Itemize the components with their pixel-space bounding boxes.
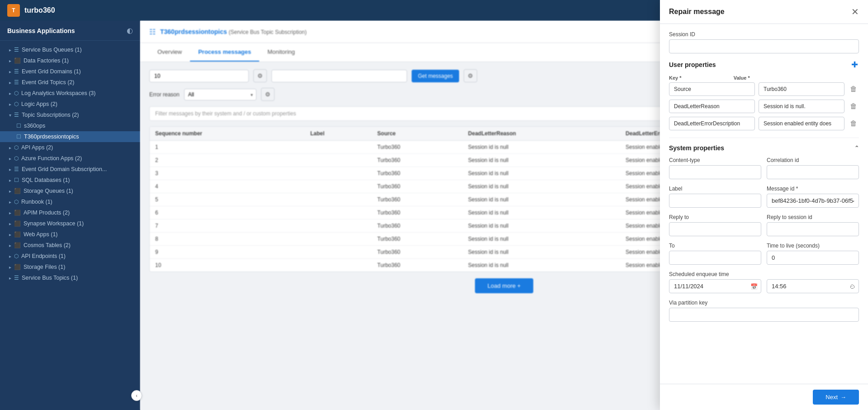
table-cell-6-3: Session id is null (463, 219, 620, 233)
table-cell-6-2: Turbo360 (372, 219, 463, 233)
load-more-button[interactable]: Load more + (475, 278, 533, 293)
session-id-group: Session ID (669, 31, 859, 53)
sidebar-chevron-logic-apps: ▸ (9, 102, 11, 107)
table-cell-8-1 (305, 246, 372, 259)
panel-header: Repair message ✕ (660, 0, 868, 24)
content-type-input[interactable] (669, 165, 761, 179)
table-cell-8-2: Turbo360 (372, 246, 463, 259)
sidebar-item-synapse-workspace[interactable]: ▸⬛Synapse Workspace (1) (0, 218, 140, 229)
sidebar-chevron-data-factories: ▸ (9, 58, 11, 63)
sidebar-item-data-factories[interactable]: ▸⬛Data Factories (1) (0, 55, 140, 66)
system-properties-label: System properties (669, 144, 724, 152)
label-group: Label (669, 186, 761, 208)
session-id-input[interactable] (669, 39, 859, 53)
user-prop-key-1[interactable] (669, 100, 755, 113)
scheduled-enqueue-group: Scheduled enqueue time 📅 ⏲ (669, 271, 859, 293)
table-cell-9-1 (305, 259, 372, 272)
label-input[interactable] (669, 194, 761, 208)
user-prop-delete-0[interactable]: 🗑 (848, 84, 859, 94)
sidebar-item-event-grid-domain-subscriptions[interactable]: ▸☰Event Grid Domain Subscription... (0, 164, 140, 175)
user-prop-value-0[interactable] (759, 82, 844, 96)
time-to-live-group: Time to live (seconds) (767, 243, 859, 265)
reply-to-session-id-input[interactable] (767, 222, 859, 236)
system-props-row-4: To Time to live (seconds) (669, 243, 859, 271)
sidebar-label-synapse-workspace: Synapse Workspace (1) (24, 220, 84, 227)
user-prop-key-0[interactable] (669, 82, 755, 96)
sidebar-item-t360prdsessiontopics[interactable]: ☐T360prdsessiontopics (0, 131, 140, 142)
user-prop-row-2: 🗑 (669, 117, 859, 130)
time-to-live-label: Time to live (seconds) (767, 243, 859, 249)
sidebar-item-sql-databases[interactable]: ▸☐SQL Databases (1) (0, 175, 140, 186)
user-prop-value-2[interactable] (759, 117, 844, 130)
sidebar-item-log-analytics[interactable]: ▸⬡Log Analytics Workspaces (3) (0, 88, 140, 99)
sidebar-item-api-apps[interactable]: ▸⬡API Apps (2) (0, 142, 140, 153)
table-cell-9-0: 10 (150, 259, 305, 272)
tab-monitoring[interactable]: Monitoring (259, 43, 303, 62)
user-prop-delete-2[interactable]: 🗑 (848, 119, 859, 129)
add-user-property-btn[interactable]: ✚ (850, 60, 859, 70)
to-input[interactable] (669, 251, 761, 265)
sidebar-icon-topic-subscriptions: ☰ (14, 112, 19, 118)
sidebar-collapse-btn[interactable]: ‹ (131, 390, 142, 401)
search-input[interactable] (271, 70, 407, 82)
sidebar-label-event-grid-topics: Event Grid Topics (2) (22, 79, 74, 86)
sidebar-item-topic-subscriptions[interactable]: ▾☰Topic Subscriptions (2) (0, 110, 140, 120)
message-id-input[interactable] (767, 194, 859, 208)
error-filter-settings-btn[interactable]: ⚙ (261, 88, 275, 101)
system-properties-chevron[interactable]: ⌃ (854, 145, 859, 151)
sidebar-item-apim-products[interactable]: ▸⬛APIM Products (2) (0, 207, 140, 218)
system-props-row-1: Content-type Correlation id (669, 157, 859, 186)
label-label: Label (669, 186, 761, 192)
sidebar-label-api-endpoints: API Endpoints (1) (21, 253, 66, 259)
table-cell-8-3: Session id is null (463, 246, 620, 259)
next-button[interactable]: Next → (813, 390, 859, 405)
session-id-label: Session ID (669, 31, 859, 38)
sidebar-item-cosmos-tables[interactable]: ▸⬛Cosmos Tables (2) (0, 240, 140, 251)
user-prop-delete-1[interactable]: 🗑 (848, 101, 859, 111)
filter-settings-btn[interactable]: ⚙ (464, 69, 477, 82)
tab-overview[interactable]: Overview (149, 43, 190, 62)
user-prop-value-1[interactable] (759, 100, 844, 113)
search-icon[interactable]: ◐ (127, 26, 133, 35)
reply-to-input[interactable] (669, 222, 761, 236)
sidebar-chevron-storage-queues: ▸ (9, 189, 11, 194)
sidebar-label-logic-apps: Logic Apps (2) (21, 101, 57, 107)
sidebar-chevron-apim-products: ▸ (9, 210, 11, 215)
sidebar-item-logic-apps[interactable]: ▸⬡Logic Apps (2) (0, 99, 140, 110)
correlation-id-input[interactable] (767, 165, 859, 179)
time-to-live-input[interactable] (767, 251, 859, 265)
scheduled-date-input[interactable] (669, 279, 761, 293)
sidebar-item-api-endpoints[interactable]: ▸⬡API Endpoints (1) (0, 251, 140, 262)
error-reason-select[interactable]: All (184, 89, 256, 100)
sidebar-item-web-apps[interactable]: ▸⬛Web Apps (1) (0, 229, 140, 240)
sidebar-item-storage-queues[interactable]: ▸⬛Storage Queues (1) (0, 186, 140, 196)
table-cell-5-2: Turbo360 (372, 206, 463, 219)
sidebar-icon-service-bus-topics: ☰ (14, 275, 19, 281)
sidebar-item-s360ops[interactable]: ☐s360ops (0, 120, 140, 131)
user-prop-key-2[interactable] (669, 117, 755, 130)
sidebar-item-service-bus-queues[interactable]: ▸☰Service Bus Queues (1) (0, 44, 140, 55)
sidebar-icon-logic-apps: ⬡ (14, 101, 19, 107)
sidebar-item-event-grid-domains[interactable]: ▸☰Event Grid Domains (1) (0, 66, 140, 77)
sidebar-header: Business Applications ◐ (0, 21, 140, 41)
via-partition-key-input[interactable] (669, 308, 859, 322)
system-properties-title: System properties ⌃ (669, 144, 859, 152)
table-cell-1-1 (305, 154, 372, 167)
sidebar-icon-event-grid-domain-subscriptions: ☰ (14, 166, 19, 172)
tab-process-messages[interactable]: Process messages (190, 43, 259, 62)
table-cell-7-1 (305, 233, 372, 246)
user-prop-row-0: 🗑 (669, 82, 859, 96)
sidebar-chevron-event-grid-topics: ▸ (9, 80, 11, 85)
sidebar-item-service-bus-topics[interactable]: ▸☰Service Bus Topics (1) (0, 272, 140, 283)
count-input[interactable] (149, 70, 249, 82)
scheduled-enqueue-inputs: 📅 ⏲ (669, 279, 859, 293)
panel-close-button[interactable]: ✕ (851, 7, 859, 16)
sidebar-item-runbook[interactable]: ▸⬡Runbook (1) (0, 196, 140, 207)
count-settings-btn[interactable]: ⚙ (253, 69, 267, 82)
get-messages-button[interactable]: Get messages (412, 70, 459, 82)
sidebar-item-event-grid-topics[interactable]: ▸☰Event Grid Topics (2) (0, 77, 140, 88)
sidebar-icon-azure-function-apps: ⬡ (14, 155, 19, 162)
sidebar-item-storage-files[interactable]: ▸⬛Storage Files (1) (0, 262, 140, 272)
scheduled-time-input[interactable] (767, 279, 859, 293)
sidebar-item-azure-function-apps[interactable]: ▸⬡Azure Function Apps (2) (0, 153, 140, 164)
